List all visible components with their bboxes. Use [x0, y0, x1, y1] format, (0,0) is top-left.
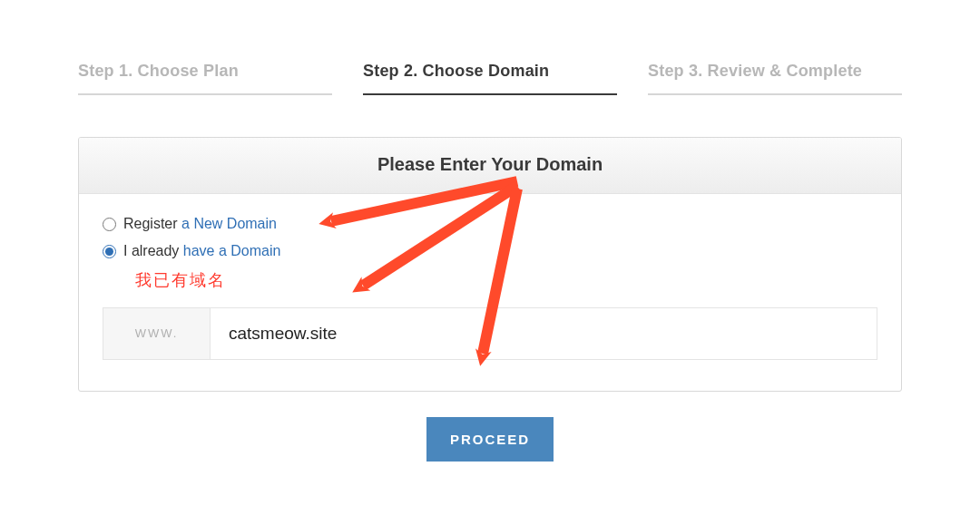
panel-title: Please Enter Your Domain: [79, 138, 901, 194]
radio-have-link-text: have a Domain: [183, 243, 281, 258]
proceed-button[interactable]: PROCEED: [426, 417, 554, 462]
domain-www-prefix: WWW.: [103, 308, 211, 359]
radio-option-register-new[interactable]: Register a New Domain: [103, 214, 877, 234]
domain-input-group: WWW.: [103, 307, 877, 360]
domain-input[interactable]: [211, 308, 877, 359]
radio-option-already-have[interactable]: I already have a Domain: [103, 241, 877, 261]
step-indicator: Step 1. Choose Plan Step 2. Choose Domai…: [78, 62, 902, 95]
radio-register-new-domain[interactable]: [103, 218, 116, 231]
radio-have-text: I already: [123, 243, 183, 258]
step-2-choose-domain[interactable]: Step 2. Choose Domain: [363, 62, 617, 95]
step-3-review-complete[interactable]: Step 3. Review & Complete: [648, 62, 902, 95]
radio-already-have-domain[interactable]: [103, 245, 116, 258]
radio-register-link-text: a New Domain: [181, 216, 277, 231]
domain-panel: Please Enter Your Domain Register a New …: [78, 137, 902, 392]
annotation-chinese-text: 我已有域名: [135, 269, 877, 291]
step-1-choose-plan[interactable]: Step 1. Choose Plan: [78, 62, 332, 95]
radio-register-text: Register: [123, 216, 181, 231]
